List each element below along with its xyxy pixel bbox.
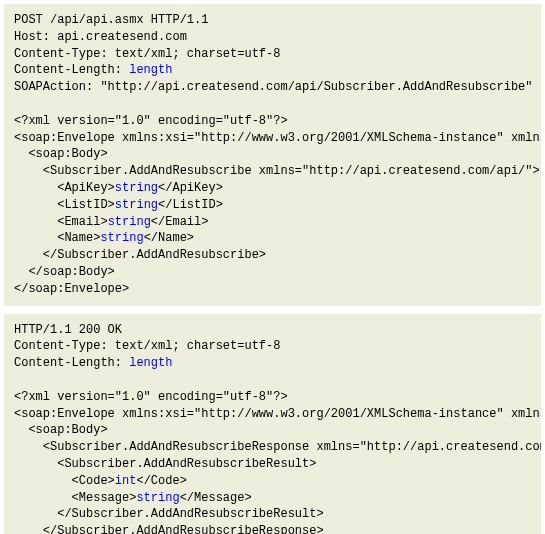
code-open: <Code> (14, 474, 115, 488)
placeholder-string: string (136, 491, 179, 505)
apikey-close: </ApiKey> (158, 181, 223, 195)
soap-envelope-open: <soap:Envelope xmlns:xsi="http://www.w3.… (14, 407, 541, 421)
soap-envelope-open: <soap:Envelope xmlns:xsi="http://www.w3.… (14, 131, 541, 145)
name-open: <Name> (14, 231, 100, 245)
listid-close: </ListID> (158, 198, 223, 212)
response-header-content-length-label: Content-Length: (14, 356, 129, 370)
response-operation-open: <Subscriber.AddAndResubscribeResponse xm… (14, 440, 541, 454)
message-open: <Message> (14, 491, 136, 505)
http-response-block: HTTP/1.1 200 OK Content-Type: text/xml; … (4, 314, 541, 534)
result-close: </Subscriber.AddAndResubscribeResult> (14, 507, 324, 521)
soap-envelope-close: </soap:Envelope> (14, 282, 129, 296)
request-header-soapaction: SOAPAction: "http://api.createsend.com/a… (14, 80, 532, 94)
placeholder-length: length (129, 63, 172, 77)
email-close: </Email> (151, 215, 209, 229)
soap-body-open: <soap:Body> (14, 147, 108, 161)
code-close: </Code> (136, 474, 186, 488)
placeholder-int: int (115, 474, 137, 488)
response-operation-close: </Subscriber.AddAndResubscribeResponse> (14, 524, 324, 534)
soap-body-open: <soap:Body> (14, 423, 108, 437)
response-status-line: HTTP/1.1 200 OK (14, 323, 122, 337)
placeholder-string: string (100, 231, 143, 245)
name-close: </Name> (144, 231, 194, 245)
email-open: <Email> (14, 215, 108, 229)
request-header-content-type: Content-Type: text/xml; charset=utf-8 (14, 47, 280, 61)
placeholder-string: string (115, 198, 158, 212)
request-header-host: Host: api.createsend.com (14, 30, 187, 44)
soap-body-close: </soap:Body> (14, 265, 115, 279)
request-header-content-length-label: Content-Length: (14, 63, 129, 77)
apikey-open: <ApiKey> (14, 181, 115, 195)
response-header-content-type: Content-Type: text/xml; charset=utf-8 (14, 339, 280, 353)
result-open: <Subscriber.AddAndResubscribeResult> (14, 457, 316, 471)
xml-declaration: <?xml version="1.0" encoding="utf-8"?> (14, 390, 288, 404)
operation-close: </Subscriber.AddAndResubscribe> (14, 248, 266, 262)
http-request-block: POST /api/api.asmx HTTP/1.1 Host: api.cr… (4, 4, 541, 306)
listid-open: <ListID> (14, 198, 115, 212)
operation-open: <Subscriber.AddAndResubscribe xmlns="htt… (14, 164, 540, 178)
placeholder-length: length (129, 356, 172, 370)
request-line-post: POST /api/api.asmx HTTP/1.1 (14, 13, 208, 27)
placeholder-string: string (115, 181, 158, 195)
xml-declaration: <?xml version="1.0" encoding="utf-8"?> (14, 114, 288, 128)
message-close: </Message> (180, 491, 252, 505)
placeholder-string: string (108, 215, 151, 229)
